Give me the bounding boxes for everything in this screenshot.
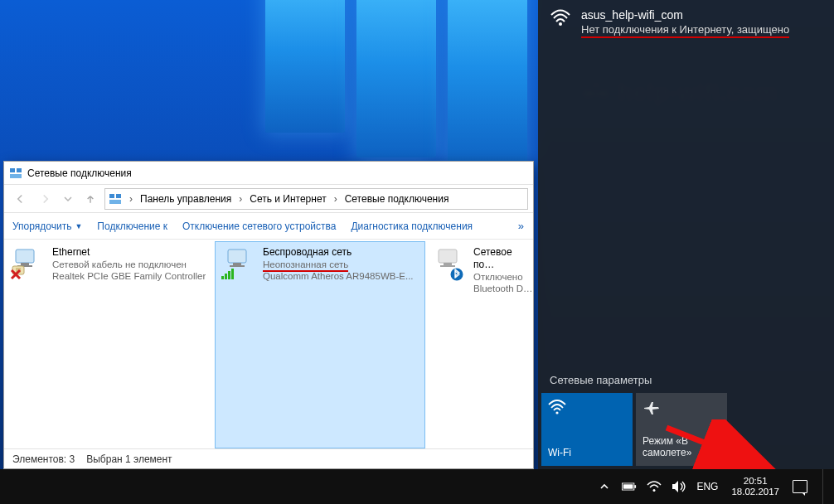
- svg-point-29: [555, 411, 558, 414]
- volume-icon[interactable]: [672, 479, 686, 494]
- airplane-icon: [642, 400, 661, 416]
- svg-rect-22: [228, 271, 230, 279]
- action-center-icon[interactable]: [793, 479, 807, 494]
- chevron-right-icon: ›: [236, 193, 245, 205]
- connection-adapter: Qualcomm Atheros AR9485WB-E...: [263, 270, 414, 282]
- flyout-quick-tiles: Wi-Fi Режим «В самолете»: [538, 393, 834, 469]
- flyout-section-label[interactable]: Сетевые параметры: [538, 374, 834, 393]
- flyout-current-network[interactable]: asus_help-wifi_com Нет подключения к Инт…: [538, 0, 834, 45]
- window-titlebar[interactable]: Сетевые подключения: [4, 162, 533, 185]
- svg-point-28: [559, 22, 562, 26]
- breadcrumb-segment[interactable]: Сетевые подключения: [342, 193, 453, 205]
- tray-clock[interactable]: 20:51 18.02.2017: [728, 476, 783, 497]
- window-title: Сетевые подключения: [27, 167, 132, 179]
- tile-label: Режим «В самолете»: [642, 436, 720, 459]
- svg-rect-23: [231, 269, 234, 279]
- svg-rect-24: [439, 250, 457, 263]
- window-statusbar: Элементов: 3 Выбран 1 элемент: [4, 448, 533, 468]
- connection-item-ethernet[interactable]: Ethernet Сетевой кабель не подключен Rea…: [4, 241, 215, 448]
- breadcrumb-segment[interactable]: Панель управления: [137, 193, 235, 205]
- addressbar-row: › Панель управления › Сеть и Интернет › …: [4, 185, 533, 213]
- svg-point-34: [653, 489, 656, 492]
- wallpaper-light-bars: [265, 0, 527, 166]
- wifi-icon: [548, 400, 566, 416]
- status-selection: Выбран 1 элемент: [86, 453, 172, 465]
- flyout-status: Нет подключения к Интернету, защищено: [581, 23, 789, 38]
- wifi-tray-icon[interactable]: [647, 479, 662, 494]
- system-tray: ENG 20:51 18.02.2017: [589, 469, 834, 504]
- connection-adapter: Bluetooth D…: [473, 283, 533, 294]
- svg-rect-12: [16, 250, 34, 263]
- signal-bars-icon: [221, 268, 236, 279]
- svg-rect-19: [230, 265, 245, 267]
- svg-rect-6: [10, 168, 15, 172]
- clock-time: 20:51: [744, 476, 768, 487]
- command-bar: Упорядочить▼ Подключение к Отключение се…: [4, 213, 533, 240]
- connection-status: Отключено: [473, 271, 533, 283]
- bluetooth-icon: [450, 268, 463, 281]
- connection-name: Сетевое по…: [473, 246, 533, 271]
- svg-rect-20: [221, 276, 224, 279]
- clock-date: 18.02.2017: [731, 487, 779, 497]
- connection-name: Беспроводная сеть: [263, 246, 414, 259]
- overflow-chevrons-icon[interactable]: »: [518, 220, 525, 232]
- connection-item-bluetooth[interactable]: Сетевое по… Отключено Bluetooth D…: [425, 241, 533, 448]
- svg-rect-11: [109, 200, 121, 204]
- breadcrumb-segment[interactable]: Сеть и Интернет: [246, 193, 329, 205]
- error-x-icon: [9, 268, 22, 281]
- chevron-right-icon: ›: [127, 193, 135, 205]
- svg-rect-13: [21, 263, 29, 265]
- connection-adapter: Realtek PCIe GBE Family Controller: [52, 270, 206, 282]
- connection-item-wireless[interactable]: Беспроводная сеть Неопознанная сеть Qual…: [215, 241, 425, 448]
- nav-recent-button[interactable]: [61, 188, 75, 210]
- taskbar: ENG 20:51 18.02.2017: [0, 469, 834, 504]
- svg-rect-8: [10, 174, 22, 178]
- tile-airplane-mode[interactable]: Режим «В самолете»: [636, 393, 727, 466]
- ethernet-icon: [11, 246, 44, 279]
- tray-overflow-chevron-icon[interactable]: [597, 479, 612, 494]
- language-indicator[interactable]: ENG: [696, 482, 718, 492]
- connection-name: Ethernet: [52, 246, 206, 259]
- tile-wifi[interactable]: Wi-Fi: [541, 393, 633, 466]
- nav-forward-button[interactable]: [35, 188, 56, 210]
- network-connections-window: Сетевые подключения › Панель управления …: [3, 161, 534, 469]
- flyout-ssid: asus_help-wifi_com: [581, 8, 789, 22]
- svg-rect-9: [109, 194, 114, 198]
- chevron-down-icon: ▼: [75, 222, 82, 230]
- wireless-icon: [221, 246, 255, 279]
- disable-device-button[interactable]: Отключение сетевого устройства: [182, 220, 336, 232]
- svg-rect-32: [635, 485, 637, 488]
- wifi-icon: [550, 8, 571, 27]
- svg-rect-26: [440, 265, 455, 267]
- svg-rect-25: [444, 263, 452, 265]
- network-flyout: asus_help-wifi_com Нет подключения к Инт…: [538, 0, 834, 469]
- svg-rect-10: [116, 194, 121, 198]
- svg-rect-7: [17, 168, 22, 172]
- network-adapter-icon: [432, 246, 465, 279]
- svg-rect-18: [233, 263, 241, 265]
- network-panel-icon: [109, 192, 122, 206]
- tile-label: Wi-Fi: [548, 448, 571, 459]
- connections-list: Ethernet Сетевой кабель не подключен Rea…: [4, 240, 533, 448]
- connect-to-button[interactable]: Подключение к: [97, 220, 167, 232]
- nav-back-button[interactable]: [9, 188, 31, 210]
- status-item-count: Элементов: 3: [12, 453, 75, 465]
- battery-icon[interactable]: [622, 479, 637, 494]
- connection-status: Сетевой кабель не подключен: [52, 259, 206, 270]
- organize-menu[interactable]: Упорядочить▼: [12, 220, 82, 232]
- address-bar[interactable]: › Панель управления › Сеть и Интернет › …: [104, 188, 528, 210]
- svg-rect-17: [228, 250, 246, 263]
- nav-up-button[interactable]: [80, 188, 101, 210]
- network-panel-icon: [9, 167, 22, 180]
- diagnose-button[interactable]: Диагностика подключения: [351, 220, 473, 232]
- chevron-right-icon: ›: [332, 193, 340, 205]
- desktop-wallpaper: help-wifi.com help-wifi.com Сетевые подк…: [0, 0, 834, 504]
- show-desktop-button[interactable]: [822, 469, 829, 504]
- svg-rect-33: [623, 484, 633, 488]
- svg-rect-21: [225, 274, 227, 279]
